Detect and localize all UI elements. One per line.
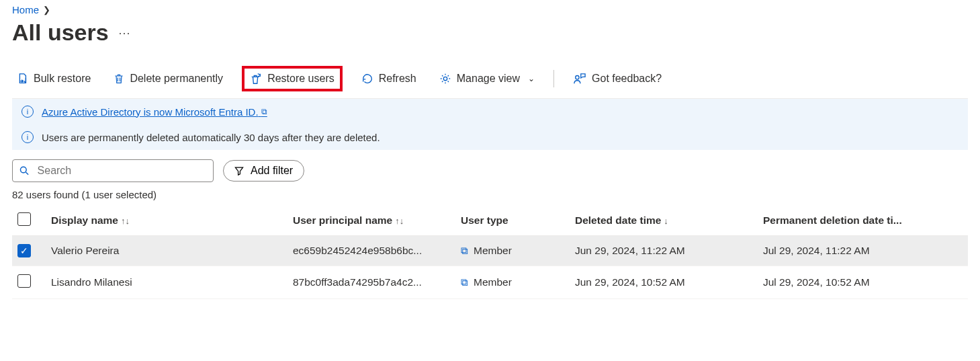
info-icon: i <box>21 131 34 143</box>
filter-icon <box>234 166 244 175</box>
toolbar-divider <box>553 70 554 87</box>
column-header-upn[interactable]: User principal name↑↓ <box>287 206 455 236</box>
cell-upn: 87bc0ff3ada74295b7a4c2... <box>287 266 455 299</box>
refresh-icon <box>361 73 373 85</box>
row-checkbox[interactable] <box>17 274 31 288</box>
trash-icon <box>114 73 124 85</box>
info-banner-rename: i Azure Active Directory is now Microsof… <box>12 99 968 124</box>
external-link-icon: ⧉ <box>261 107 267 116</box>
page-title: All users <box>12 19 109 46</box>
cell-deleted: Jun 29, 2024, 11:22 AM <box>570 236 758 266</box>
restore-users-label: Restore users <box>267 73 335 85</box>
svg-point-2 <box>20 167 26 173</box>
bulk-restore-label: Bulk restore <box>34 73 91 85</box>
cell-user-type: ⧉Member <box>455 236 570 266</box>
column-header-user-type[interactable]: User type <box>455 206 570 236</box>
breadcrumb-home[interactable]: Home <box>12 4 39 15</box>
sort-desc-icon: ↓ <box>664 216 668 226</box>
row-checkbox[interactable]: ✓ <box>17 244 31 257</box>
got-feedback-button[interactable]: Got feedback? <box>569 70 666 87</box>
table-row[interactable]: Lisandro Milanesi87bc0ff3ada74295b7a4c2.… <box>12 266 968 299</box>
sort-both-icon: ↑↓ <box>121 216 130 226</box>
cell-upn: ec659b2452424e958b6bc... <box>287 236 455 266</box>
sort-both-icon: ↑↓ <box>395 216 404 226</box>
document-arrow-icon <box>16 73 28 85</box>
users-table: Display name↑↓ User principal name↑↓ Use… <box>12 206 968 299</box>
retention-text: Users are permanently deleted automatica… <box>42 132 380 143</box>
delete-permanently-label: Delete permanently <box>130 73 223 85</box>
info-banner-retention: i Users are permanently deleted automati… <box>12 124 968 150</box>
search-icon <box>19 165 30 176</box>
select-all-checkbox[interactable] <box>17 212 31 226</box>
cell-permanent: Jul 29, 2024, 10:52 AM <box>758 266 968 299</box>
cell-deleted: Jun 29, 2024, 10:52 AM <box>570 266 758 299</box>
bulk-restore-button[interactable]: Bulk restore <box>12 70 95 87</box>
table-row[interactable]: ✓Valerio Pereiraec659b2452424e958b6bc...… <box>12 236 968 266</box>
more-options-button[interactable]: ⋯ <box>118 26 132 40</box>
add-filter-button[interactable]: Add filter <box>223 160 304 182</box>
search-box[interactable] <box>12 159 214 182</box>
got-feedback-label: Got feedback? <box>592 73 662 85</box>
breadcrumb: Home ❯ <box>12 4 968 15</box>
refresh-button[interactable]: Refresh <box>357 70 420 87</box>
copy-icon[interactable]: ⧉ <box>461 276 468 288</box>
toolbar: Bulk restore Delete permanently Restore … <box>12 61 968 99</box>
trash-restore-icon <box>250 73 262 85</box>
cell-display-name: Lisandro Milanesi <box>46 266 287 299</box>
cell-display-name: Valerio Pereira <box>46 236 287 266</box>
entra-rename-link[interactable]: Azure Active Directory is now Microsoft … <box>42 106 267 118</box>
delete-permanently-button[interactable]: Delete permanently <box>109 70 227 87</box>
users-count-text: 82 users found (1 user selected) <box>12 189 968 206</box>
column-header-permanent[interactable]: Permanent deletion date ti... <box>758 206 968 236</box>
gear-icon <box>439 73 451 85</box>
add-filter-label: Add filter <box>251 165 293 177</box>
person-feedback-icon <box>573 73 586 85</box>
manage-view-label: Manage view <box>457 73 520 85</box>
refresh-label: Refresh <box>379 73 416 85</box>
info-icon: i <box>21 106 34 118</box>
column-header-display-name[interactable]: Display name↑↓ <box>46 206 287 236</box>
search-input[interactable] <box>36 164 206 177</box>
copy-icon[interactable]: ⧉ <box>461 245 468 256</box>
cell-user-type: ⧉Member <box>455 266 570 299</box>
chevron-right-icon: ❯ <box>43 5 50 15</box>
restore-users-button[interactable]: Restore users <box>242 66 343 91</box>
column-header-deleted[interactable]: Deleted date time↓ <box>570 206 758 236</box>
manage-view-button[interactable]: Manage view ⌄ <box>435 70 539 87</box>
svg-point-1 <box>576 76 579 79</box>
chevron-down-icon: ⌄ <box>528 74 535 83</box>
svg-point-0 <box>443 77 447 80</box>
cell-permanent: Jul 29, 2024, 11:22 AM <box>758 236 968 266</box>
entra-rename-text: Azure Active Directory is now Microsoft … <box>42 106 259 118</box>
